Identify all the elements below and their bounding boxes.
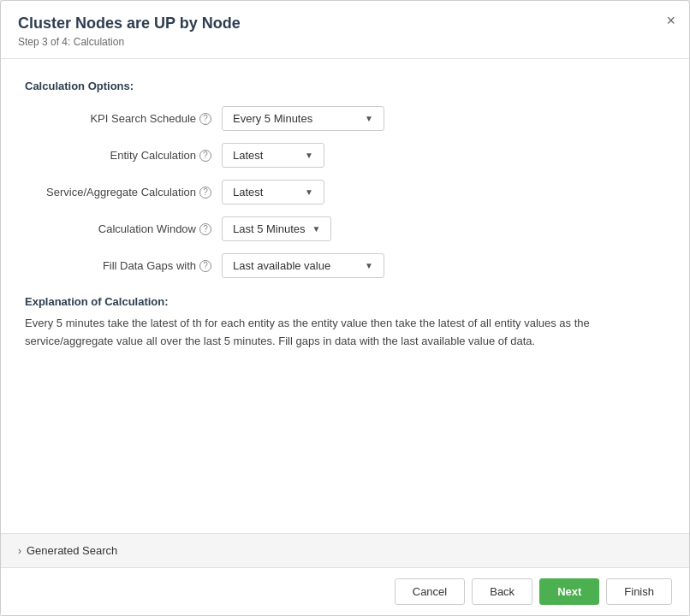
dialog-subtitle: Step 3 of 4: Calculation xyxy=(18,36,672,48)
label-text-service-calc: Service/Aggregate Calculation xyxy=(46,186,196,198)
caret-kpi-schedule: ▼ xyxy=(365,114,373,123)
close-button[interactable]: × xyxy=(666,13,675,28)
dropdown-entity-calc-value: Latest xyxy=(233,149,263,162)
caret-calc-window: ▼ xyxy=(312,224,321,234)
help-icon-kpi-schedule[interactable]: ? xyxy=(199,113,211,125)
dropdown-entity-calc[interactable]: Latest ▼ xyxy=(222,143,324,168)
generated-search-bar[interactable]: › Generated Search xyxy=(1,533,689,567)
dropdown-service-calc-value: Latest xyxy=(233,186,263,198)
form-row-service-calc: Service/Aggregate Calculation ? Latest ▼ xyxy=(25,180,665,204)
dropdown-kpi-schedule[interactable]: Every 5 Minutes ▼ xyxy=(222,106,384,131)
dialog-header: Cluster Nodes are UP by Node Step 3 of 4… xyxy=(1,1,689,59)
label-calc-window: Calculation Window ? xyxy=(25,222,222,235)
label-service-calc: Service/Aggregate Calculation ? xyxy=(25,186,222,198)
caret-service-calc: ▼ xyxy=(305,187,313,197)
back-button[interactable]: Back xyxy=(472,578,532,605)
caret-fill-gaps: ▼ xyxy=(365,261,373,270)
dialog-container: Cluster Nodes are UP by Node Step 3 of 4… xyxy=(0,0,690,616)
dialog-body: Calculation Options: KPI Search Schedule… xyxy=(1,59,689,533)
next-button[interactable]: Next xyxy=(539,578,599,605)
section-title: Calculation Options: xyxy=(25,80,665,92)
label-text-entity-calc: Entity Calculation xyxy=(110,149,196,162)
help-icon-service-calc[interactable]: ? xyxy=(199,187,211,198)
help-icon-entity-calc[interactable]: ? xyxy=(199,150,211,162)
dropdown-kpi-schedule-value: Every 5 Minutes xyxy=(233,112,312,125)
help-icon-calc-window[interactable]: ? xyxy=(199,223,211,235)
dropdown-fill-gaps[interactable]: Last available value ▼ xyxy=(222,253,384,278)
finish-button[interactable]: Finish xyxy=(606,578,672,605)
explanation-section: Explanation of Calculation: Every 5 minu… xyxy=(25,295,665,351)
explanation-title: Explanation of Calculation: xyxy=(25,295,665,308)
label-text-calc-window: Calculation Window xyxy=(98,222,196,235)
cancel-button[interactable]: Cancel xyxy=(395,578,465,605)
label-text-kpi-schedule: KPI Search Schedule xyxy=(90,112,196,125)
dropdown-calc-window-value: Last 5 Minutes xyxy=(233,222,306,235)
form-row-calc-window: Calculation Window ? Last 5 Minutes ▼ xyxy=(25,216,665,241)
label-entity-calc: Entity Calculation ? xyxy=(25,149,222,162)
dropdown-service-calc[interactable]: Latest ▼ xyxy=(222,180,324,204)
explanation-text: Every 5 minutes take the latest of th fo… xyxy=(25,315,665,351)
dropdown-calc-window[interactable]: Last 5 Minutes ▼ xyxy=(222,216,331,241)
label-text-fill-gaps: Fill Data Gaps with xyxy=(103,259,196,272)
label-kpi-schedule: KPI Search Schedule ? xyxy=(25,112,222,125)
help-icon-fill-gaps[interactable]: ? xyxy=(199,260,211,272)
caret-entity-calc: ▼ xyxy=(305,151,313,160)
label-fill-gaps: Fill Data Gaps with ? xyxy=(25,259,222,272)
dialog-footer: Cancel Back Next Finish xyxy=(1,567,689,615)
form-row-fill-gaps: Fill Data Gaps with ? Last available val… xyxy=(25,253,665,278)
form-row-kpi-schedule: KPI Search Schedule ? Every 5 Minutes ▼ xyxy=(25,106,665,131)
dropdown-fill-gaps-value: Last available value xyxy=(233,259,330,272)
generated-search-label: Generated Search xyxy=(27,544,117,557)
dialog-title: Cluster Nodes are UP by Node xyxy=(18,15,672,33)
form-row-entity-calc: Entity Calculation ? Latest ▼ xyxy=(25,143,665,168)
chevron-right-icon: › xyxy=(18,545,21,557)
